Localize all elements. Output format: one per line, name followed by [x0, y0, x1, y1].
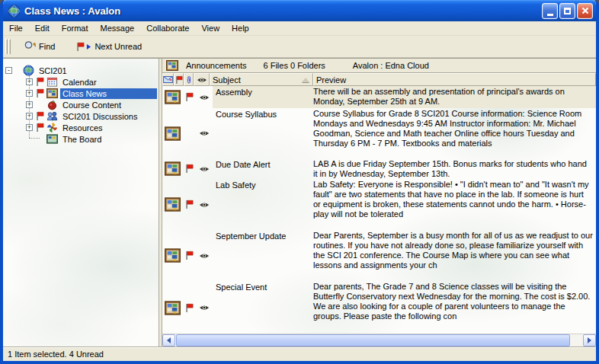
- bulletin-item-icon: [165, 89, 181, 105]
- flag-icon: [36, 111, 44, 121]
- viewed-eye-icon: [199, 305, 210, 311]
- flag-icon: [36, 77, 44, 87]
- message-rows: Assembly There will be an assembly and p…: [162, 86, 596, 334]
- column-flag[interactable]: [174, 73, 184, 86]
- scrollbar-thumb[interactable]: [176, 334, 570, 346]
- flag-icon: [76, 42, 85, 52]
- toolbar-gripper[interactable]: [8, 39, 11, 54]
- expand-toggle[interactable]: +: [26, 90, 33, 97]
- message-row-september-update[interactable]: September Update Dear Parents, September…: [162, 230, 596, 281]
- message-subject: Due Date Alert: [213, 158, 312, 179]
- preview-column-label: Preview: [316, 75, 346, 85]
- tree-item-label: SCI201 Discussions: [60, 111, 139, 122]
- app-window: Class News : Avalon File Edit Format Mes…: [0, 0, 599, 364]
- main-area: - SCI201 + Calendar + Class News + C: [3, 58, 596, 346]
- column-header-row: Subject Preview: [162, 73, 596, 86]
- toolbar-gripper[interactable]: [5, 39, 8, 54]
- eye-icon: [197, 77, 207, 83]
- expand-toggle[interactable]: +: [26, 124, 33, 131]
- bulletin-item-icon: [165, 161, 181, 177]
- bulletin-item-icon: [165, 300, 181, 316]
- expand-toggle[interactable]: +: [26, 101, 33, 108]
- tree-item-label: Resources: [60, 123, 105, 133]
- window-title: Class News : Avalon: [24, 5, 540, 17]
- column-preview[interactable]: Preview: [313, 73, 596, 86]
- menu-help[interactable]: Help: [226, 22, 255, 35]
- message-row-special-event[interactable]: Special Event Dear parents, The Grade 7 …: [162, 281, 596, 334]
- menu-bar: File Edit Format Message Collaborate Vie…: [3, 21, 596, 36]
- tree-item-label: Class News: [60, 88, 157, 99]
- scroll-left-icon: [167, 337, 171, 343]
- message-subject: Course Syllabus: [213, 108, 312, 158]
- message-preview: Course Syllabus for Grade 8 SCI201 Cours…: [312, 108, 596, 158]
- message-preview: Lab Safety: Everyone is Responsible! • "…: [312, 179, 596, 230]
- menu-file[interactable]: File: [3, 22, 29, 35]
- tree-item-sci201[interactable]: - SCI201: [3, 65, 159, 76]
- menu-format[interactable]: Format: [56, 22, 94, 35]
- flag-icon: [36, 123, 44, 133]
- column-viewed[interactable]: [194, 73, 210, 86]
- next-unread-label: Next Unread: [94, 42, 142, 51]
- message-row-lab-safety[interactable]: Lab Safety Lab Safety: Everyone is Respo…: [162, 179, 596, 230]
- title-bar[interactable]: Class News : Avalon: [3, 0, 596, 21]
- maximize-icon: [564, 8, 571, 14]
- search-icon: [24, 40, 36, 53]
- bulletin-item-icon: [165, 247, 181, 263]
- column-attachment[interactable]: [184, 73, 194, 86]
- horizontal-scrollbar[interactable]: [162, 334, 596, 346]
- announcements-icon: [166, 59, 178, 72]
- collapse-toggle[interactable]: -: [5, 67, 12, 74]
- unread-flag-icon: [185, 92, 194, 102]
- column-subject[interactable]: Subject: [210, 73, 313, 86]
- apple-icon: [46, 99, 58, 110]
- minimize-button[interactable]: [542, 3, 558, 19]
- scroll-right-icon: [588, 337, 591, 343]
- scrollbar-track[interactable]: [175, 334, 583, 346]
- menu-edit[interactable]: Edit: [29, 22, 56, 35]
- column-message-type[interactable]: [162, 73, 174, 86]
- discussions-icon: [46, 110, 58, 122]
- tree-item-class-news[interactable]: + Class News: [3, 88, 159, 99]
- menu-message[interactable]: Message: [94, 22, 141, 35]
- status-bar: 1 Item selected. 4 Unread: [3, 346, 596, 361]
- bulletin-board-icon: [46, 88, 58, 99]
- tree-item-sci201-discussions[interactable]: + SCI201 Discussions: [3, 110, 159, 122]
- tree-item-resources[interactable]: + Resources: [3, 122, 159, 133]
- files-folders-count: 6 Files 0 Folders: [264, 61, 325, 70]
- expand-toggle[interactable]: +: [26, 113, 33, 120]
- next-unread-button[interactable]: Next Unread: [72, 40, 146, 54]
- flag-placeholder: [36, 100, 44, 110]
- calendar-icon: [46, 76, 58, 88]
- tree-item-calendar[interactable]: + Calendar: [3, 76, 159, 88]
- arrow-right-icon: [86, 43, 91, 50]
- close-button[interactable]: [577, 3, 593, 19]
- message-row-course-syllabus[interactable]: Course Syllabus Course Syllabus for Grad…: [162, 108, 596, 158]
- menu-collaborate[interactable]: Collaborate: [140, 22, 195, 35]
- subject-column-label: Subject: [213, 75, 241, 85]
- close-icon: [581, 7, 589, 14]
- message-row-assembly[interactable]: Assembly There will be an assembly and p…: [162, 86, 596, 108]
- tree-item-course-content[interactable]: + Course Content: [3, 99, 159, 110]
- maximize-button[interactable]: [559, 3, 575, 19]
- message-preview: There will be an assembly and presentati…: [312, 86, 596, 108]
- tree-item-label: The Board: [60, 134, 104, 145]
- envelope-icon: [163, 76, 173, 83]
- server-user-context: Avalon : Edna Cloud: [353, 61, 429, 70]
- message-preview: LAB A is due Friday September 15th. Bonu…: [312, 158, 596, 179]
- tree-item-the-board[interactable]: The Board: [3, 133, 159, 145]
- message-row-due-date-alert[interactable]: Due Date Alert LAB A is due Friday Septe…: [162, 158, 596, 179]
- menu-view[interactable]: View: [195, 22, 226, 35]
- viewed-eye-icon: [199, 202, 210, 208]
- expand-toggle[interactable]: +: [26, 78, 33, 85]
- find-button[interactable]: Find: [20, 38, 59, 55]
- tree-item-label: Calendar: [60, 77, 99, 88]
- scroll-left-button[interactable]: [162, 334, 175, 346]
- scroll-right-button[interactable]: [583, 334, 596, 346]
- unread-flag-icon: [185, 303, 194, 313]
- message-subject: Special Event: [213, 281, 312, 334]
- viewed-eye-icon: [199, 166, 210, 172]
- flag-placeholder: [36, 134, 44, 144]
- status-text: 1 Item selected. 4 Unread: [8, 350, 104, 359]
- tree-item-label: Course Content: [60, 100, 123, 110]
- globe-icon: [23, 65, 34, 76]
